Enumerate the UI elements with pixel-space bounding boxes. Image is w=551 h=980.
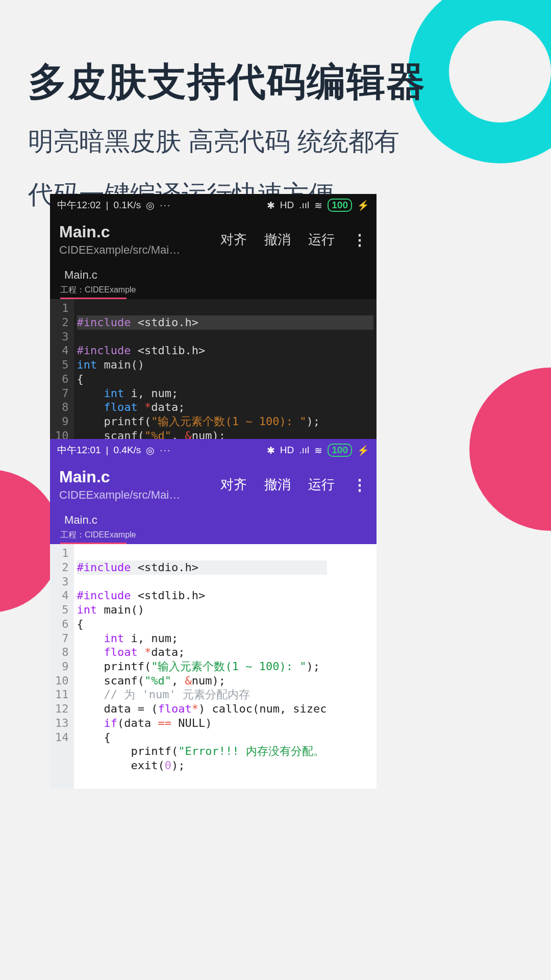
- code-line: #include <stdlib.h>: [77, 589, 206, 602]
- headline-block: 多皮肤支持代码编辑器 明亮暗黑皮肤 高亮代码 统统都有 代码一键编译运行快速方便: [28, 56, 426, 215]
- align-button[interactable]: 对齐: [220, 476, 247, 494]
- battery-indicator: 100: [328, 444, 352, 457]
- status-bar: 中午12:02 | 0.1K/s ◎ ··· ✱ HD .ııl ≋ 100 ⚡: [50, 194, 377, 216]
- file-name: Main.c: [59, 222, 180, 243]
- signal-icon: .ııl: [299, 200, 309, 211]
- app-header: Main.c CIDEExample/src/Mai… 对齐 撤消 运行 ⋮: [50, 216, 377, 263]
- code-line: // 为 'num' 元素分配内存: [77, 688, 250, 701]
- file-path: CIDEExample/src/Mai…: [59, 488, 180, 503]
- code-line: float *data;: [77, 646, 185, 658]
- wifi-icon: ≋: [314, 445, 322, 456]
- tab-bar: Main.c 工程：CIDEExample: [50, 508, 377, 544]
- code-line: exit(0);: [77, 759, 185, 772]
- undo-button[interactable]: 撤消: [264, 476, 291, 494]
- code-line: printf("输入元素个数(1 ~ 100): ");: [77, 415, 320, 428]
- align-button[interactable]: 对齐: [220, 231, 247, 249]
- signal-icon: .ııl: [299, 445, 309, 456]
- app-header: Main.c CIDEExample/src/Mai… 对齐 撤消 运行 ⋮: [50, 461, 377, 508]
- bluetooth-icon: ✱: [267, 445, 275, 456]
- code-line: data = (float*) calloc(num, sizec: [77, 702, 327, 715]
- status-time: 中午12:02: [57, 199, 101, 212]
- code-line: scanf("%d", &num);: [77, 674, 226, 687]
- project-label: 工程：CIDEExample: [60, 529, 366, 544]
- status-more-icon: ···: [160, 445, 171, 456]
- charge-icon: ⚡: [357, 445, 369, 456]
- wifi-icon: ≋: [314, 200, 322, 211]
- code-line: int main(): [77, 603, 144, 616]
- status-divider: |: [106, 445, 109, 456]
- code-line: if(data == NULL): [77, 717, 212, 729]
- run-button[interactable]: 运行: [308, 231, 335, 249]
- bluetooth-icon: ✱: [267, 200, 275, 211]
- status-net-speed: 0.1K/s: [113, 200, 141, 211]
- status-more-icon: ···: [160, 200, 171, 211]
- hd-icon: HD: [280, 445, 294, 456]
- code-line: int i, num;: [77, 387, 179, 400]
- battery-indicator: 100: [328, 199, 352, 212]
- status-net-speed: 0.4K/s: [113, 445, 141, 456]
- dnd-icon: ◎: [146, 445, 155, 456]
- code-line: #include <stdio.h>: [77, 315, 374, 330]
- status-divider: |: [106, 200, 109, 211]
- charge-icon: ⚡: [357, 200, 369, 211]
- decorative-circle-right: [469, 368, 551, 531]
- code-line: int main(): [77, 358, 144, 371]
- project-label: 工程：CIDEExample: [60, 284, 366, 299]
- headline-line1: 明亮暗黑皮肤 高亮代码 统统都有: [28, 121, 426, 162]
- screenshot-light: 中午12:01 | 0.4K/s ◎ ··· ✱ HD .ııl ≋ 100 ⚡…: [50, 439, 377, 789]
- line-gutter: 123 456 789 101112 1314: [50, 544, 74, 789]
- file-path: CIDEExample/src/Mai…: [59, 243, 180, 258]
- code-line: printf("输入元素个数(1 ~ 100): ");: [77, 660, 320, 673]
- tab-bar: Main.c 工程：CIDEExample: [50, 263, 377, 299]
- tab-main-c[interactable]: Main.c: [60, 266, 366, 284]
- code-line: {: [77, 731, 111, 744]
- file-name: Main.c: [59, 467, 180, 488]
- undo-button[interactable]: 撤消: [264, 231, 291, 249]
- code-line: {: [77, 618, 84, 630]
- code-line: float *data;: [77, 401, 185, 413]
- decorative-ring: [408, 0, 551, 163]
- run-button[interactable]: 运行: [308, 476, 335, 494]
- hd-icon: HD: [280, 200, 294, 211]
- status-bar: 中午12:01 | 0.4K/s ◎ ··· ✱ HD .ııl ≋ 100 ⚡: [50, 439, 377, 461]
- code-line: #include <stdlib.h>: [77, 344, 206, 357]
- code-area[interactable]: #include <stdio.h> #include <stdlib.h> i…: [74, 544, 330, 789]
- code-editor[interactable]: 123 456 789 101112 1314 #include <stdio.…: [50, 544, 377, 789]
- more-menu-icon[interactable]: ⋮: [352, 476, 367, 494]
- more-menu-icon[interactable]: ⋮: [352, 231, 367, 249]
- code-line: #include <stdio.h>: [77, 560, 327, 575]
- tab-main-c[interactable]: Main.c: [60, 511, 366, 529]
- code-line: {: [77, 373, 84, 385]
- headline-title: 多皮肤支持代码编辑器: [28, 56, 426, 109]
- dnd-icon: ◎: [146, 200, 155, 211]
- status-time: 中午12:01: [57, 444, 101, 457]
- code-line: printf("Error!!! 内存没有分配。: [77, 745, 324, 757]
- code-line: int i, num;: [77, 632, 179, 645]
